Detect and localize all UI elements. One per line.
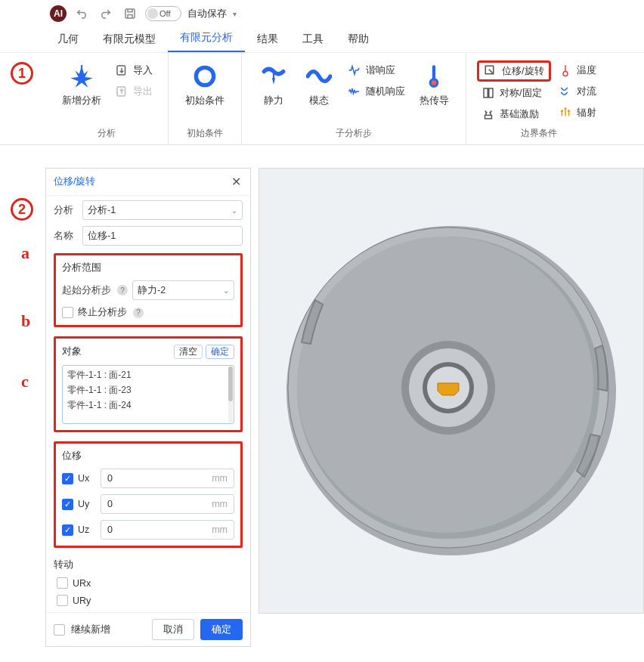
menu-tools[interactable]: 工具 bbox=[290, 28, 336, 52]
static-button[interactable]: 静力 bbox=[252, 60, 295, 110]
displacement-rotation-label: 位移/旋转 bbox=[502, 64, 544, 78]
ribbon-group-initial: 初始条件 初始条件 bbox=[169, 53, 242, 144]
convection-icon bbox=[559, 85, 572, 98]
random-icon bbox=[348, 85, 361, 98]
urx-checkbox[interactable] bbox=[57, 577, 68, 589]
continue-add-checkbox[interactable] bbox=[54, 624, 65, 636]
ux-unit: mm bbox=[212, 473, 228, 484]
base-excitation-icon bbox=[481, 107, 495, 121]
save-button[interactable] bbox=[121, 5, 139, 23]
svg-point-12 bbox=[563, 72, 568, 76]
modal-label: 模态 bbox=[309, 94, 329, 107]
panel-cancel-button[interactable]: 取消 bbox=[152, 619, 194, 640]
svg-point-4 bbox=[201, 73, 209, 81]
displacement-rotation-button[interactable]: 位移/旋转 bbox=[477, 60, 551, 82]
thermal-icon bbox=[421, 63, 447, 89]
ux-value: 0 bbox=[107, 473, 113, 484]
annotation-c: c bbox=[21, 372, 29, 391]
svg-rect-11 bbox=[485, 116, 492, 119]
ux-input[interactable]: 0 mm bbox=[101, 469, 234, 488]
menu-fe-model[interactable]: 有限元模型 bbox=[91, 28, 168, 52]
objects-title: 对象 bbox=[62, 345, 82, 358]
ribbon-group-analysis-title: 分析 bbox=[56, 124, 157, 141]
initial-conditions-button[interactable]: 初始条件 bbox=[179, 60, 231, 110]
viewport-3d[interactable] bbox=[259, 168, 644, 614]
svg-rect-9 bbox=[484, 88, 488, 97]
objects-ok-button[interactable]: 确定 bbox=[206, 345, 234, 359]
radiation-button[interactable]: 辐射 bbox=[554, 103, 601, 122]
ux-checkbox[interactable] bbox=[62, 473, 73, 484]
menu-fe-analysis[interactable]: 有限元分析 bbox=[168, 26, 245, 52]
impeller-model bbox=[270, 209, 633, 572]
ury-checkbox[interactable] bbox=[57, 595, 68, 606]
base-excitation-button[interactable]: 基础激励 bbox=[477, 104, 551, 124]
analysis-select[interactable]: 分析-1 ⌄ bbox=[82, 200, 243, 220]
panel-close-button[interactable]: ✕ bbox=[229, 175, 243, 189]
symmetry-fix-button[interactable]: 对称/固定 bbox=[477, 83, 551, 103]
uy-unit: mm bbox=[212, 499, 228, 509]
modal-icon bbox=[306, 63, 332, 89]
uy-label: Uy bbox=[78, 499, 96, 509]
autosave-dropdown-icon[interactable]: ▾ bbox=[233, 10, 237, 18]
list-item[interactable]: 零件-1-1 : 面-23 bbox=[67, 384, 229, 397]
objects-clear-button[interactable]: 清空 bbox=[174, 345, 203, 359]
convection-button[interactable]: 对流 bbox=[554, 82, 601, 101]
harmonic-button[interactable]: 谐响应 bbox=[343, 60, 410, 80]
uy-input[interactable]: 0 mm bbox=[101, 494, 234, 514]
end-step-help-icon[interactable]: ? bbox=[133, 308, 144, 318]
new-analysis-icon bbox=[69, 63, 94, 89]
radiation-label: 辐射 bbox=[577, 106, 596, 119]
harmonic-icon bbox=[348, 63, 361, 77]
svg-rect-0 bbox=[125, 9, 135, 18]
menu-bar: 几何 有限元模型 有限元分析 结果 工具 帮助 bbox=[0, 27, 644, 53]
uz-checkbox[interactable] bbox=[62, 524, 73, 536]
import-button[interactable]: 导入 bbox=[110, 60, 157, 80]
menu-results[interactable]: 结果 bbox=[245, 28, 290, 52]
ux-label: Ux bbox=[78, 473, 96, 484]
uz-input[interactable]: 0 mm bbox=[101, 520, 234, 540]
ribbon-group-boundary-title: 边界条件 bbox=[477, 124, 601, 141]
undo-button[interactable] bbox=[73, 5, 91, 23]
new-analysis-button[interactable]: 新增分析 bbox=[56, 60, 107, 110]
uz-label: Uz bbox=[78, 524, 96, 535]
ribbon-group-initial-title: 初始条件 bbox=[179, 124, 231, 141]
annotation-a: a bbox=[21, 243, 29, 263]
import-icon bbox=[115, 63, 128, 77]
menu-geometry[interactable]: 几何 bbox=[45, 28, 91, 52]
symmetry-fix-label: 对称/固定 bbox=[500, 86, 542, 100]
list-item[interactable]: 零件-1-1 : 面-21 bbox=[67, 369, 229, 382]
uy-checkbox[interactable] bbox=[62, 499, 73, 510]
start-step-help-icon[interactable]: ? bbox=[117, 285, 128, 295]
modal-button[interactable]: 模态 bbox=[298, 60, 340, 110]
export-button[interactable]: 导出 bbox=[110, 82, 157, 101]
scope-title: 分析范围 bbox=[62, 261, 234, 274]
property-panel: 位移/旋转 ✕ 分析 分析-1 ⌄ 名称 位移-1 分析范围 起 bbox=[45, 168, 251, 647]
start-step-select[interactable]: 静力-2 ⌄ bbox=[132, 280, 234, 300]
random-button[interactable]: 随机响应 bbox=[343, 82, 410, 101]
temperature-label: 温度 bbox=[577, 63, 596, 77]
thermal-button[interactable]: 热传导 bbox=[413, 60, 455, 110]
end-step-checkbox[interactable] bbox=[62, 307, 73, 318]
listbox-scroll-thumb[interactable] bbox=[228, 367, 233, 401]
list-item[interactable]: 零件-1-1 : 面-24 bbox=[67, 399, 229, 412]
ury-label: URy bbox=[73, 595, 91, 606]
toggle-label: Off bbox=[159, 9, 170, 18]
ribbon: 新增分析 导入 导出 分析 bbox=[0, 53, 644, 145]
menu-help[interactable]: 帮助 bbox=[336, 28, 381, 52]
symmetry-icon bbox=[481, 86, 495, 100]
name-input[interactable]: 位移-1 bbox=[82, 226, 243, 246]
panel-ok-button[interactable]: 确定 bbox=[200, 619, 243, 640]
start-step-label: 起始分析步 bbox=[62, 284, 111, 297]
title-bar: AI Off 自动保存 ▾ bbox=[0, 0, 644, 27]
autosave-toggle[interactable]: Off bbox=[145, 6, 181, 21]
start-step-value: 静力-2 bbox=[138, 284, 166, 297]
temperature-button[interactable]: 温度 bbox=[554, 60, 601, 80]
temperature-icon bbox=[559, 63, 572, 77]
uz-value: 0 bbox=[107, 524, 113, 535]
export-icon bbox=[115, 85, 128, 98]
displacement-icon bbox=[484, 64, 497, 78]
objects-listbox[interactable]: 零件-1-1 : 面-21 零件-1-1 : 面-23 零件-1-1 : 面-2… bbox=[62, 365, 234, 424]
urx-label: URx bbox=[73, 578, 91, 589]
import-label: 导入 bbox=[133, 63, 153, 77]
redo-button[interactable] bbox=[97, 5, 115, 23]
